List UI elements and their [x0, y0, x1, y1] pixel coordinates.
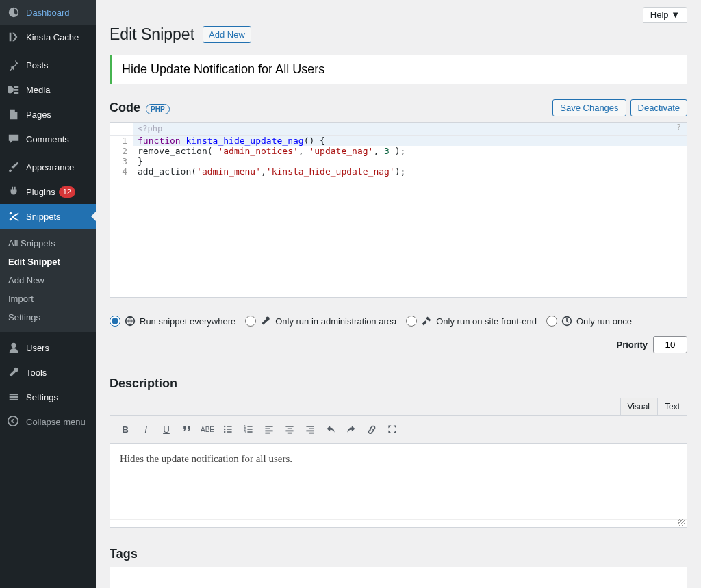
brush-icon — [7, 160, 21, 174]
tags-heading: Tags — [110, 547, 687, 561]
svg-point-5 — [224, 431, 225, 433]
submenu-import[interactable]: Import — [0, 290, 96, 308]
description-editor: B I U ABE 123 Hides the update notificat… — [110, 415, 687, 528]
sidebar-item-snippets[interactable]: Snippets — [0, 204, 96, 229]
tab-visual[interactable]: Visual — [620, 398, 657, 415]
sidebar-label: Kinsta Cache — [26, 32, 79, 42]
sidebar-item-comments[interactable]: Comments — [0, 127, 96, 151]
php-open-tag: <?php — [133, 123, 166, 135]
sidebar-label: Settings — [26, 392, 58, 402]
italic-button[interactable]: I — [136, 420, 155, 439]
main-content: Help ▼ Edit Snippet Add New CodePHP Save… — [96, 0, 701, 588]
collapse-icon — [7, 415, 21, 429]
priority-label: Priority — [616, 340, 648, 350]
sidebar-label: Appearance — [26, 162, 74, 172]
undo-button[interactable] — [321, 420, 340, 439]
wrench-icon — [260, 316, 271, 327]
sidebar-label: Snippets — [26, 212, 61, 222]
page-title: Edit Snippet — [110, 25, 194, 44]
code-line: 2remove_action( 'admin_notices', 'update… — [110, 146, 687, 156]
redo-button[interactable] — [342, 420, 361, 439]
sidebar-label: Tools — [26, 368, 47, 378]
svg-point-4 — [224, 429, 225, 430]
help-tab[interactable]: Help ▼ — [643, 7, 687, 23]
svg-point-0 — [8, 416, 18, 426]
sidebar-item-posts[interactable]: Posts — [0, 53, 96, 77]
code-heading: CodePHP — [110, 101, 170, 115]
fullscreen-button[interactable] — [383, 420, 402, 439]
code-editor[interactable]: <?php ? 1function kinsta_hide_update_nag… — [110, 122, 687, 298]
help-question-icon[interactable]: ? — [676, 123, 681, 132]
sidebar-item-media[interactable]: Media — [0, 77, 96, 102]
sidebar-item-dashboard[interactable]: Dashboard — [0, 0, 96, 25]
globe-icon — [125, 316, 136, 327]
plugin-icon — [7, 185, 21, 199]
sidebar-label: Plugins — [26, 187, 55, 197]
sidebar-item-tools[interactable]: Tools — [0, 360, 96, 385]
php-badge: PHP — [146, 104, 170, 114]
submenu-settings[interactable]: Settings — [0, 308, 96, 327]
sidebar-label: Users — [26, 343, 49, 353]
scope-label: Only run once — [576, 316, 632, 327]
pin-icon — [7, 58, 21, 72]
dashboard-icon — [7, 5, 21, 19]
admin-sidebar: Dashboard Kinsta Cache Posts Media Pages… — [0, 0, 96, 588]
media-icon — [7, 83, 21, 97]
bold-button[interactable]: B — [116, 420, 135, 439]
sidebar-label: Comments — [26, 134, 69, 144]
scope-everywhere[interactable]: Run snippet everywhere — [110, 316, 235, 327]
pages-icon — [7, 107, 21, 121]
tags-input[interactable] — [110, 567, 687, 588]
add-new-button[interactable]: Add New — [203, 26, 251, 43]
align-right-button[interactable] — [301, 420, 320, 439]
snippet-name-input[interactable] — [110, 55, 687, 84]
code-line: 3} — [110, 156, 687, 166]
underline-button[interactable]: U — [157, 420, 176, 439]
svg-text:3: 3 — [244, 431, 246, 434]
editor-toolbar: B I U ABE 123 — [110, 416, 687, 444]
code-line: 1function kinsta_hide_update_nag() { — [110, 136, 687, 146]
clock-icon — [561, 316, 572, 327]
scope-label: Only run in administration area — [275, 316, 396, 327]
sidebar-label: Media — [26, 85, 50, 95]
user-icon — [7, 341, 21, 355]
align-left-button[interactable] — [259, 420, 279, 439]
sidebar-label: Pages — [26, 110, 51, 120]
scope-once[interactable]: Only run once — [546, 316, 632, 327]
scissors-icon — [7, 209, 21, 223]
description-body[interactable]: Hides the update notification for all us… — [110, 444, 687, 519]
snippets-submenu: All Snippets Edit Snippet Add New Import… — [0, 229, 96, 332]
submenu-all-snippets[interactable]: All Snippets — [0, 234, 96, 253]
submenu-edit-snippet[interactable]: Edit Snippet — [0, 253, 96, 271]
scope-admin[interactable]: Only run in administration area — [245, 316, 396, 327]
sidebar-item-pages[interactable]: Pages — [0, 102, 96, 127]
link-button[interactable] — [362, 420, 381, 439]
sidebar-item-appearance[interactable]: Appearance — [0, 155, 96, 179]
deactivate-button[interactable]: Deactivate — [630, 99, 687, 116]
submenu-add-new[interactable]: Add New — [0, 271, 96, 290]
priority-input[interactable] — [653, 336, 687, 353]
ol-button[interactable]: 123 — [239, 420, 258, 439]
tab-text[interactable]: Text — [657, 398, 687, 415]
resize-handle[interactable] — [110, 519, 687, 527]
sidebar-item-plugins[interactable]: Plugins 12 — [0, 179, 96, 204]
sidebar-item-settings[interactable]: Settings — [0, 385, 96, 409]
sidebar-item-users[interactable]: Users — [0, 335, 96, 360]
save-changes-button-top[interactable]: Save Changes — [552, 99, 626, 116]
ul-button[interactable] — [218, 420, 238, 439]
wrench-icon — [7, 366, 21, 379]
scope-label: Only run on site front-end — [436, 316, 537, 327]
plugins-badge: 12 — [59, 186, 75, 198]
sidebar-label: Posts — [26, 60, 49, 71]
quote-button[interactable] — [177, 420, 196, 439]
scope-frontend[interactable]: Only run on site front-end — [406, 316, 537, 327]
align-center-button[interactable] — [280, 420, 299, 439]
collapse-label: Collapse menu — [26, 417, 86, 427]
collapse-menu[interactable]: Collapse menu — [0, 409, 96, 435]
description-heading: Description — [110, 376, 687, 391]
svg-point-3 — [224, 426, 225, 427]
sliders-icon — [7, 390, 21, 404]
sidebar-item-kinsta[interactable]: Kinsta Cache — [0, 25, 96, 49]
strikethrough-button[interactable]: ABE — [198, 420, 217, 439]
code-line: 4add_action('admin_menu','kinsta_hide_up… — [110, 166, 687, 177]
